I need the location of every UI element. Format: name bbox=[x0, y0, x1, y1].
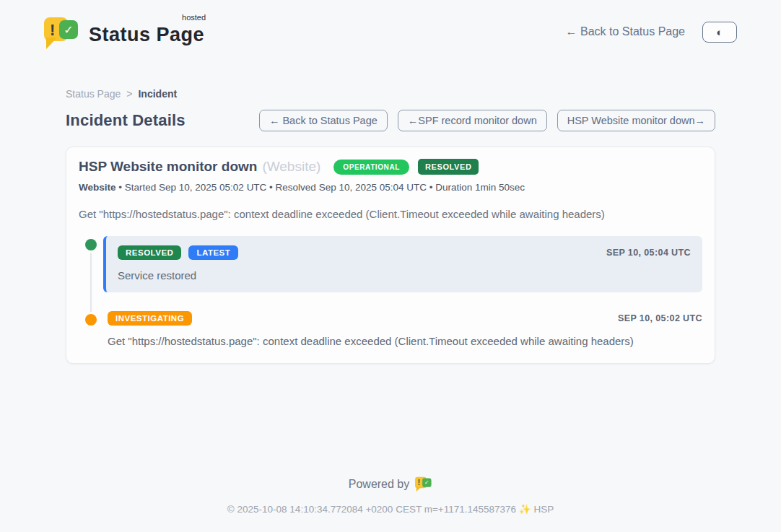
meta-details: • Started Sep 10, 2025 05:02 UTC • Resol… bbox=[116, 182, 525, 193]
powered-by: Powered by ! ✓ bbox=[0, 476, 781, 493]
investigating-update: INVESTIGATING SEP 10, 05:02 UTC Get "htt… bbox=[103, 311, 702, 347]
latest-badge: LATEST bbox=[188, 245, 238, 260]
incident-description: Get "https://hostedstatus.page": context… bbox=[79, 208, 702, 220]
next-incident-button[interactable]: HSP Website monitor down→ bbox=[557, 110, 715, 131]
investigating-badge: INVESTIGATING bbox=[108, 311, 192, 326]
breadcrumb-separator: > bbox=[126, 88, 132, 100]
breadcrumb-root[interactable]: Status Page bbox=[66, 88, 121, 100]
orange-dot-icon bbox=[85, 314, 97, 326]
operational-badge: OPERATIONAL bbox=[333, 160, 409, 175]
copyright-text: © 2025-10-08 14:10:34.772084 +0200 CEST … bbox=[227, 504, 519, 515]
timeline-gutter bbox=[79, 236, 103, 292]
page-title: Incident Details bbox=[66, 111, 186, 130]
update-timestamp: SEP 10, 05:02 UTC bbox=[618, 313, 702, 323]
update-message: Service restored bbox=[118, 269, 691, 282]
page-footer: Powered by ! ✓ © 2025-10-08 14:10:34.772… bbox=[0, 476, 781, 532]
incident-component: (Website) bbox=[262, 159, 320, 175]
theme-toggle-button[interactable]: ◐ bbox=[702, 22, 737, 43]
checkmark-icon: ✓ bbox=[422, 478, 431, 487]
incident-card: HSP Website monitor down (Website) OPERA… bbox=[66, 147, 715, 364]
timeline-entry-resolved: RESOLVED LATEST SEP 10, 05:04 UTC Servic… bbox=[79, 236, 702, 292]
resolved-badge: RESOLVED bbox=[118, 245, 181, 260]
incident-timeline: RESOLVED LATEST SEP 10, 05:04 UTC Servic… bbox=[79, 236, 702, 347]
timeline-gutter bbox=[79, 311, 103, 347]
exclamation-icon: ! bbox=[418, 479, 421, 487]
prev-incident-button[interactable]: ←SPF record monitor down bbox=[398, 110, 547, 131]
statuspage-logo-icon: ! ✓ bbox=[44, 15, 80, 48]
green-dot-icon bbox=[85, 239, 97, 250]
header-right: ← Back to Status Page ◐ bbox=[566, 22, 737, 43]
checkmark-icon: ✓ bbox=[59, 20, 78, 39]
statuspage-mini-logo-icon[interactable]: ! ✓ bbox=[415, 476, 432, 493]
meta-component-name: Website bbox=[79, 182, 116, 193]
half-circle-icon: ◐ bbox=[716, 27, 723, 38]
update-timestamp: SEP 10, 05:04 UTC bbox=[606, 248, 691, 258]
incident-nav-buttons: ← Back to Status Page ←SPF record monito… bbox=[259, 110, 715, 131]
powered-by-label: Powered by bbox=[349, 478, 410, 491]
sparkles-icon: ✨ bbox=[519, 504, 531, 515]
resolved-update-box: RESOLVED LATEST SEP 10, 05:04 UTC Servic… bbox=[103, 236, 702, 292]
breadcrumb: Status Page > Incident bbox=[66, 88, 715, 100]
update-message: Get "https://hostedstatus.page": context… bbox=[108, 335, 702, 347]
resolved-status-badge: RESOLVED bbox=[418, 159, 479, 175]
incident-title: HSP Website monitor down bbox=[79, 159, 257, 175]
header-back-link[interactable]: ← Back to Status Page bbox=[566, 25, 685, 38]
incident-meta: Website • Started Sep 10, 2025 05:02 UTC… bbox=[79, 182, 702, 193]
top-bar: ! ✓ Status Pagehosted ← Back to Status P… bbox=[44, 0, 737, 53]
statuspage-logo[interactable]: ! ✓ Status Pagehosted bbox=[44, 15, 204, 48]
logo-hosted-label: hosted bbox=[182, 13, 206, 22]
timeline-entry-investigating: INVESTIGATING SEP 10, 05:02 UTC Get "htt… bbox=[79, 311, 702, 347]
back-to-status-page-button[interactable]: ← Back to Status Page bbox=[259, 110, 388, 131]
logo-text: Status Pagehosted bbox=[89, 15, 204, 46]
breadcrumb-current: Incident bbox=[138, 88, 177, 100]
main-content: Status Page > Incident Incident Details … bbox=[66, 53, 715, 476]
copyright-brand: HSP bbox=[531, 504, 554, 515]
exclamation-icon: ! bbox=[50, 21, 55, 40]
copyright-line: © 2025-10-08 14:10:34.772084 +0200 CEST … bbox=[0, 503, 781, 515]
